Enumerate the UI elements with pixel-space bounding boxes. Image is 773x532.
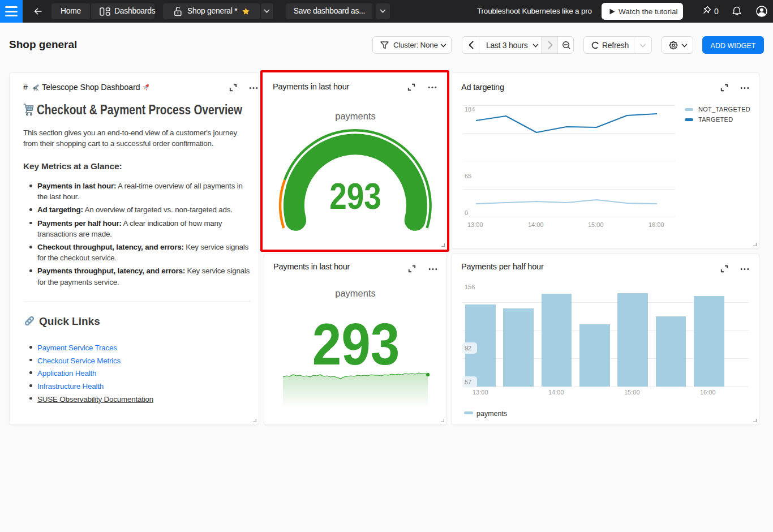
- svg-text:92: 92: [465, 345, 471, 351]
- svg-text:57: 57: [465, 379, 471, 385]
- svg-text:14:00: 14:00: [528, 221, 544, 228]
- svg-text:15:00: 15:00: [624, 389, 640, 396]
- svg-text:payments: payments: [476, 410, 507, 418]
- svg-text:TARGETED: TARGETED: [698, 116, 733, 123]
- svg-text:65: 65: [465, 173, 471, 179]
- svg-text:16:00: 16:00: [700, 389, 716, 396]
- svg-text:13:00: 13:00: [467, 221, 483, 228]
- svg-text:14:00: 14:00: [548, 389, 564, 396]
- svg-text:15:00: 15:00: [588, 221, 604, 228]
- svg-text:0: 0: [465, 209, 468, 216]
- svg-text:184: 184: [465, 106, 475, 113]
- svg-text:16:00: 16:00: [649, 221, 664, 228]
- svg-text:NOT_TARGETED: NOT_TARGETED: [698, 106, 750, 113]
- svg-text:156: 156: [465, 284, 475, 290]
- svg-text:13:00: 13:00: [473, 389, 488, 396]
